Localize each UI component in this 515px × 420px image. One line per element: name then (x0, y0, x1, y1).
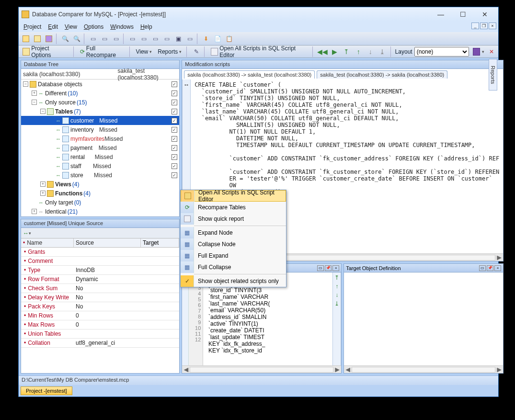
dock-icon[interactable]: ▭ (317, 265, 324, 271)
tb-first-icon[interactable]: ◀◀ (317, 46, 328, 57)
pin-icon[interactable]: 📌 (325, 265, 332, 271)
ctx-full-collapse[interactable]: ▦Full Collapse (181, 261, 286, 273)
properties-table[interactable]: Name Source Target GrantsCommentTypeInno… (21, 238, 179, 373)
tb-win4-icon[interactable]: ▭ (161, 34, 172, 44)
tgt-hscroll[interactable]: ◄► (344, 365, 503, 373)
property-row[interactable]: Pack KeysNo (21, 302, 179, 311)
tb-layout1-icon[interactable]: ▭ (88, 34, 98, 44)
property-row[interactable]: Check SumNo (21, 284, 179, 293)
script-tabs: sakila (localhost:3380) -> sakila_test (… (182, 69, 503, 79)
target-definition-panel: Target Object Definition▭📌× ◄► (343, 263, 504, 374)
property-row[interactable]: Collationutf8_general_ci (21, 339, 179, 348)
property-row[interactable]: Delay Key WriteNo (21, 293, 179, 302)
src-hscroll[interactable]: ◄► (182, 365, 341, 373)
menu-view[interactable]: View (62, 23, 80, 31)
view-dropdown[interactable]: View (134, 47, 154, 56)
property-row[interactable]: Max Rows0 (21, 320, 179, 329)
tree-header: sakila (localhost:3380) sakila_test (loc… (21, 69, 179, 79)
tb-export-icon[interactable]: ⬇ (201, 34, 211, 44)
tb-bottom-icon[interactable]: ⤓ (378, 46, 388, 57)
tb-win2-icon[interactable]: ▭ (138, 34, 149, 44)
close-button[interactable]: ✕ (474, 9, 495, 20)
tb-layout2-icon[interactable]: ▭ (99, 34, 110, 44)
tree-item-staff[interactable]: ↔staffMissed✓ (21, 161, 179, 170)
tb-script-icon[interactable]: 📄 (212, 34, 223, 44)
project-options-button[interactable]: Project Options (21, 44, 70, 59)
tb-layout3-icon[interactable]: ▭ (111, 34, 121, 44)
ctx-open-all-scripts[interactable]: Open All Scripts in SQL Script Editor (181, 190, 286, 202)
sync-icon[interactable]: ↔ (23, 230, 29, 237)
tree-item-payment[interactable]: ↔paymentMissed✓ (21, 143, 179, 152)
tree-item-inventory[interactable]: ↔inventoryMissed✓ (21, 125, 179, 134)
tb-win3-icon[interactable]: ▭ (150, 34, 160, 44)
tb-save-icon[interactable] (44, 34, 54, 44)
property-row[interactable]: Row FormatDynamic (21, 275, 179, 284)
open-all-scripts-button[interactable]: Open All Scripts in SQL Script Editor (209, 44, 309, 59)
src-nav: ⤒↑↓⤓ (332, 272, 341, 365)
pin-icon[interactable]: 📌 (487, 265, 493, 271)
tree-col-target: sakila_test (localhost:3380) (117, 68, 177, 81)
ctx-show-quick-report[interactable]: Show quick report (181, 213, 286, 225)
tb-win1-icon[interactable]: ▭ (127, 34, 137, 44)
script-tab-1[interactable]: sakila (localhost:3380) -> sakila_test (… (184, 70, 315, 79)
maximize-button[interactable]: ☐ (452, 9, 473, 20)
full-recompare-button[interactable]: ⟳Full Recompare (78, 44, 126, 59)
close-panel-icon[interactable]: × (332, 265, 339, 271)
task-tabs: Project -[emstest] (19, 385, 498, 397)
property-row[interactable]: Grants (21, 248, 179, 257)
tree-col-source: sakila (localhost:3380) (23, 71, 117, 78)
mdi-close-button[interactable]: × (489, 23, 496, 29)
delete-layout-icon[interactable]: ✕ (486, 46, 496, 57)
tb-top-icon[interactable]: ⤒ (342, 46, 352, 57)
tb-edit-icon[interactable]: ✎ (191, 46, 201, 57)
tree-item-customer[interactable]: ↔customerMissed✓ (21, 116, 179, 125)
tb-win5-icon[interactable]: ▣ (173, 34, 183, 44)
tb-new-icon[interactable] (21, 34, 31, 44)
properties-toolbar: ↔▾ (21, 228, 179, 238)
script-tab-2[interactable]: sakila_test (localhost:3380) -> sakila (… (317, 70, 447, 79)
menu-help[interactable]: Help (137, 23, 155, 31)
mdi-restore-button[interactable]: ❐ (480, 23, 488, 29)
context-menu: Open All Scripts in SQL Script Editor ⟳R… (180, 190, 286, 287)
titlebar: Database Comparer for MySQL - [Project -… (19, 7, 498, 22)
task-tab-project[interactable]: Project -[emstest] (21, 386, 72, 395)
property-row[interactable]: TypeInnoDB (21, 266, 179, 275)
tb-down-icon[interactable]: ↓ (366, 46, 376, 57)
window-title: Database Comparer for MySQL - [Project -… (32, 11, 430, 18)
ctx-expand-node[interactable]: ▦Expand Node (181, 227, 286, 238)
tb-copy-icon[interactable]: 📋 (224, 34, 234, 44)
ctx-collapse-node[interactable]: ▦Collapse Node (181, 238, 286, 250)
property-row[interactable]: Union Tables (21, 329, 179, 339)
target-code[interactable] (344, 272, 503, 365)
save-layout-icon[interactable] (473, 48, 480, 56)
tb-find-icon[interactable]: 🔍 (60, 34, 70, 44)
minimize-button[interactable]: — (430, 9, 451, 20)
menu-edit[interactable]: Edit (45, 23, 61, 31)
ctx-full-expand[interactable]: ▦Full Expand (181, 250, 286, 261)
database-tree[interactable]: −Database objects✓ +↔Different(10)✓ −↔On… (21, 79, 179, 216)
menu-options[interactable]: Options (81, 23, 106, 31)
ctx-recompare-tables[interactable]: ⟳Recompare Tables (181, 202, 286, 213)
tb-next-icon[interactable]: 🔍 (71, 34, 82, 44)
reports-dropdown[interactable]: Reports (156, 47, 183, 56)
tree-item-store[interactable]: ↔storeMissed✓ (21, 170, 179, 180)
tree-item-rental[interactable]: ↔rentalMissed✓ (21, 152, 179, 161)
menu-project[interactable]: Project (21, 23, 44, 31)
mdi-minimize-button[interactable]: _ (471, 23, 479, 29)
close-panel-icon[interactable]: × (494, 265, 501, 271)
dock-icon[interactable]: ▭ (479, 265, 486, 271)
tb-win6-icon[interactable]: ▭ (184, 34, 195, 44)
tb-up-icon[interactable]: ↑ (354, 46, 364, 57)
status-bar: D:\CurrentTest\My DB Comparer\emstest.mc… (19, 375, 498, 385)
modification-scripts-title: Modification scripts (182, 60, 503, 69)
tree-item-mymfavorites[interactable]: ↔mymfavoritesMissed✓ (21, 134, 179, 143)
tb-open-icon[interactable] (32, 34, 43, 44)
reports-side-tab[interactable]: Reports (489, 59, 497, 91)
ctx-show-related-only[interactable]: Show object related scripts only (181, 275, 286, 287)
tb-play-icon[interactable]: ▶ (330, 46, 340, 57)
layout-select[interactable]: (none) (414, 47, 469, 57)
menubar: Project Edit View Options Windows Help _… (19, 22, 498, 32)
menu-windows[interactable]: Windows (107, 23, 137, 31)
property-row[interactable]: Min Rows0 (21, 311, 179, 320)
property-row[interactable]: Comment (21, 257, 179, 266)
